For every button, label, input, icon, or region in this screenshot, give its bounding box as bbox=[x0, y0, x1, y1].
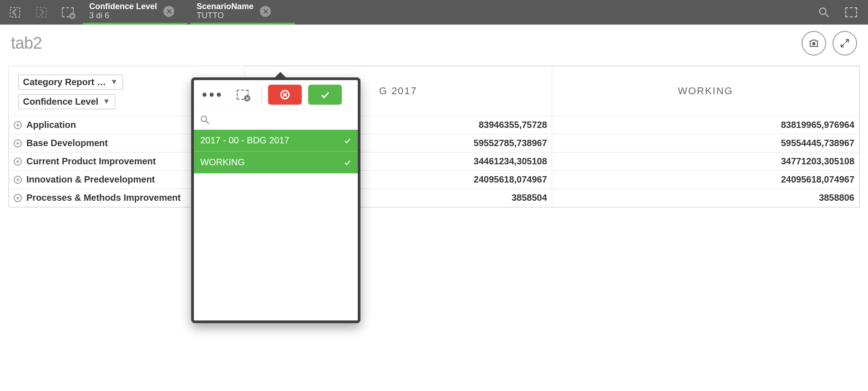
selection-popup-toolbar: ✕ bbox=[194, 80, 358, 110]
snapshot-button[interactable] bbox=[802, 31, 826, 56]
table-row: +Application83946355,7572883819965,97696… bbox=[9, 116, 859, 134]
value-cell: 24095618,074967 bbox=[552, 170, 859, 188]
more-menu-icon[interactable] bbox=[199, 86, 224, 104]
value-cell: 34771203,305108 bbox=[552, 152, 859, 170]
clear-all-selections-icon[interactable]: ✕ bbox=[61, 5, 75, 19]
svg-line-3 bbox=[826, 14, 829, 17]
active-selections: Confidence Level 3 di 6 ✕ ScenarioName T… bbox=[83, 0, 807, 25]
table-row: +Processes & Methods Improvement38585043… bbox=[9, 188, 859, 207]
selections-toolbar: ✕ Confidence Level 3 di 6 ✕ ScenarioName… bbox=[0, 0, 868, 25]
chevron-down-icon: ▼ bbox=[111, 78, 118, 86]
fullscreen-button[interactable] bbox=[832, 31, 857, 56]
pivot-grid: Category Report … ▼ Confidence Level ▼ G… bbox=[9, 66, 859, 207]
selection-pill-scenarioname[interactable]: ScenarioName TUTTO ✕ bbox=[190, 0, 295, 25]
svg-rect-1 bbox=[37, 8, 46, 17]
svg-point-9 bbox=[217, 93, 221, 97]
step-back-icon[interactable] bbox=[8, 5, 22, 19]
selection-pill-title: Confidence Level bbox=[89, 2, 157, 11]
svg-point-2 bbox=[820, 8, 826, 15]
svg-point-4 bbox=[812, 42, 816, 46]
sheet-title: tab2 bbox=[11, 34, 42, 53]
step-forward-icon[interactable] bbox=[35, 5, 48, 19]
selections-tool-icon[interactable] bbox=[844, 5, 858, 19]
expand-icon[interactable]: + bbox=[14, 194, 22, 202]
expand-icon[interactable]: + bbox=[14, 157, 22, 166]
selection-pill-title: ScenarioName bbox=[197, 2, 254, 11]
value-cell: 59554445,738967 bbox=[552, 134, 859, 152]
value-cell: 83819965,976964 bbox=[552, 116, 859, 134]
svg-line-5 bbox=[845, 40, 848, 43]
selection-list-item[interactable]: WORKING bbox=[194, 152, 358, 173]
divider bbox=[261, 86, 262, 104]
search-icon[interactable] bbox=[817, 5, 831, 19]
expand-icon[interactable]: + bbox=[14, 121, 22, 129]
toolbar-right bbox=[807, 0, 868, 25]
selections-nav: ✕ bbox=[0, 0, 83, 25]
svg-line-6 bbox=[841, 44, 844, 47]
sheet-actions bbox=[802, 31, 857, 56]
value-cell: 3858806 bbox=[552, 188, 859, 207]
column-header[interactable]: WORKING bbox=[552, 66, 859, 116]
close-icon[interactable]: ✕ bbox=[260, 6, 271, 17]
svg-point-13 bbox=[201, 116, 207, 122]
svg-rect-0 bbox=[10, 8, 20, 17]
selection-list: 2017 - 00 - BDG 2017WORKING bbox=[194, 130, 358, 320]
dimension-chip-label: Category Report … bbox=[23, 77, 106, 87]
selection-popup: ✕ 2017 - 00 - BDG 2017WORKING bbox=[191, 77, 360, 323]
sheet-header: tab2 bbox=[0, 25, 868, 57]
expand-icon[interactable]: + bbox=[14, 176, 22, 184]
clear-selection-icon[interactable]: ✕ bbox=[230, 86, 255, 104]
expand-icon[interactable]: + bbox=[14, 139, 22, 147]
table-row: +Current Product Improvement34461234,305… bbox=[9, 152, 859, 170]
selection-search[interactable] bbox=[194, 110, 358, 130]
selection-pill-detail: 3 di 6 bbox=[89, 11, 157, 20]
dimension-chip-category[interactable]: Category Report … ▼ bbox=[18, 75, 123, 90]
selection-pill-detail: TUTTO bbox=[197, 11, 254, 20]
table-row: +Innovation & Predevelopment24095618,074… bbox=[9, 170, 859, 188]
cancel-button[interactable] bbox=[268, 85, 302, 105]
svg-point-8 bbox=[210, 93, 214, 97]
dimension-chip-confidence[interactable]: Confidence Level ▼ bbox=[18, 94, 115, 109]
dimension-chip-label: Confidence Level bbox=[23, 96, 99, 107]
table-row: +Base Development59552785,73896759554445… bbox=[9, 134, 859, 152]
confirm-button[interactable] bbox=[308, 85, 342, 105]
svg-point-7 bbox=[203, 93, 207, 97]
selection-pill-confidence-level[interactable]: Confidence Level 3 di 6 ✕ bbox=[83, 0, 188, 25]
chevron-down-icon: ▼ bbox=[103, 97, 110, 106]
svg-line-14 bbox=[206, 121, 209, 124]
close-icon[interactable]: ✕ bbox=[163, 6, 174, 17]
pivot-table: Category Report … ▼ Confidence Level ▼ G… bbox=[8, 66, 860, 208]
selection-list-item[interactable]: 2017 - 00 - BDG 2017 bbox=[194, 130, 358, 152]
